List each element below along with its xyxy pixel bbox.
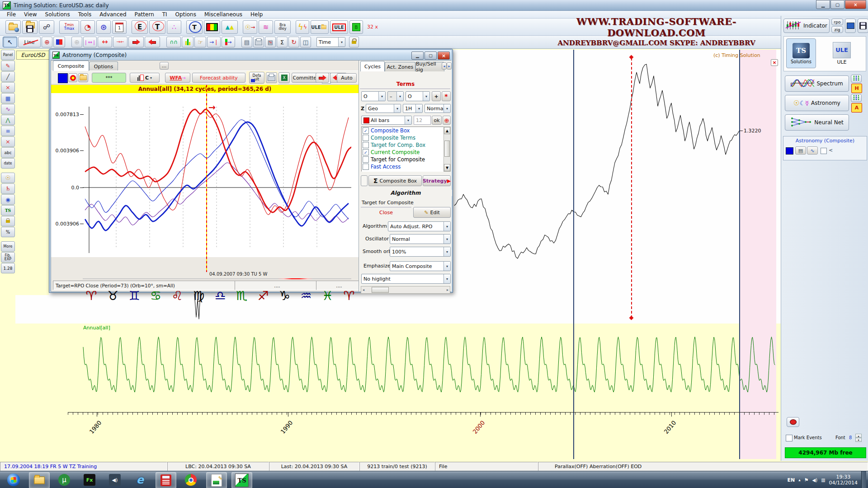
sum-report-button[interactable]: Σ	[277, 37, 288, 47]
delete-line-tool[interactable]: ×	[1, 82, 15, 93]
cursor-dashed-line[interactable]	[631, 58, 632, 318]
fib-delete-tool[interactable]: ×	[1, 136, 15, 147]
sun-tool[interactable]: ☉	[1, 173, 15, 183]
panel-h-scrollbar[interactable]: ◂ ▸	[361, 286, 450, 294]
downloader-button[interactable]: ☍	[39, 20, 54, 34]
checkbox-icon[interactable]: ✓	[363, 149, 369, 155]
composite-chart-area[interactable]: ♈♉♊♋♌♍♎♏♐♑♒♓♈ 04.09.2007 09:30 TU 5 W 0.…	[51, 93, 359, 257]
eb-button[interactable]: B	[349, 20, 363, 34]
list-item[interactable]: Composite Terms	[362, 134, 444, 141]
list-item[interactable]: Target for Composite	[362, 156, 444, 163]
menu-item-file[interactable]: File	[3, 11, 20, 19]
chrome-button[interactable]	[181, 472, 201, 488]
checkbox-icon[interactable]	[363, 142, 369, 148]
highlight-dropdown[interactable]: No higlight	[361, 274, 451, 284]
select-cursor-button[interactable]: ↖	[3, 37, 17, 47]
wave-levels-button[interactable]: ▲▲	[222, 20, 238, 34]
language-indicator[interactable]: EN	[787, 477, 795, 483]
astronomy-a-cube-button[interactable]: A	[851, 103, 862, 113]
ule-open-button[interactable]: ULE	[311, 20, 329, 34]
astro-maximize-button[interactable]: ▢	[425, 52, 437, 60]
print-report-button[interactable]	[253, 37, 264, 47]
list-item[interactable]: ✓Current Composite	[362, 149, 444, 156]
lbc-marker-button[interactable]: →	[222, 37, 235, 47]
timing-solution-button[interactable]: TS	[231, 472, 252, 488]
lock-tool[interactable]	[1, 216, 15, 226]
menu-item-ti[interactable]: TI	[158, 11, 171, 19]
forecast-ability-button[interactable]: Forecast ability	[192, 73, 245, 83]
planet1-dropdown[interactable]: O	[361, 91, 386, 101]
rpo-button[interactable]: rpo	[831, 19, 843, 25]
yellow-zigzag-button[interactable]: ϟϟ	[296, 20, 309, 34]
ule-launcher[interactable]: ULE ULE	[827, 38, 857, 68]
list-item[interactable]: Target for Comp. Box	[362, 141, 444, 149]
blank-toggle[interactable]	[361, 175, 368, 186]
more-tabs-button[interactable]: ...	[160, 62, 169, 70]
tray-flag-icon[interactable]: ⚑	[804, 477, 809, 483]
sphere-button[interactable]: ⊕	[443, 116, 451, 125]
maximize-button[interactable]: ▢	[830, 0, 844, 9]
open-chart-button[interactable]	[5, 20, 21, 34]
ule-red-button[interactable]: ULE	[330, 20, 348, 34]
save-chart-button[interactable]	[22, 20, 38, 34]
star-term-button[interactable]: *	[442, 91, 451, 101]
flower-button[interactable]	[68, 73, 77, 82]
downloader-app-button[interactable]	[156, 472, 176, 488]
explorer-button[interactable]	[29, 472, 50, 488]
checkbox-icon[interactable]	[363, 156, 369, 163]
utorrent-button[interactable]: µ	[54, 472, 74, 488]
shift-right-button[interactable]	[316, 73, 329, 83]
bars-plus-button[interactable]	[182, 37, 193, 47]
smooth-orb-dropdown[interactable]: 100%	[390, 247, 451, 257]
edit-tool-button[interactable]: ✎	[1, 61, 15, 71]
go-to-line-button[interactable]: →❘	[207, 37, 221, 47]
menu-item-solutions[interactable]: Solutions	[41, 11, 74, 19]
scroll-down-icon[interactable]: ▼	[444, 164, 450, 171]
volume-app-button[interactable]: ◀)	[105, 472, 125, 488]
astro-clock-button[interactable]: ⊛	[96, 20, 111, 34]
tab-scroll-right[interactable]: ▸	[447, 62, 452, 70]
orb-input[interactable]: 12	[414, 116, 431, 125]
zoom-disabled-button[interactable]: ⊕	[71, 37, 82, 47]
checkbox-icon[interactable]: ✓	[363, 127, 369, 134]
composite-cursor-line[interactable]	[206, 85, 207, 272]
edit-button[interactable]: ✎ Edit	[413, 207, 451, 218]
close-button[interactable]: ×	[845, 0, 866, 9]
astro-minimize-button[interactable]: ▁	[411, 52, 424, 60]
spectrum-button[interactable]: Spectrum	[785, 75, 849, 92]
trend-line-tool[interactable]: ╱	[1, 71, 15, 82]
zig-button[interactable]: zig	[831, 26, 843, 33]
auto-button[interactable]: Auto	[337, 73, 357, 83]
bradley-button[interactable]: Bradley	[274, 20, 291, 34]
tab-scroll-left[interactable]: ◂	[442, 62, 447, 70]
scroll-up-icon[interactable]: ▲	[444, 127, 450, 134]
zodiac-type-dropdown[interactable]: Geo	[366, 104, 401, 113]
composite-edit-chart-button[interactable]: ∿	[807, 146, 818, 155]
tab-composite[interactable]: Composite	[53, 61, 89, 71]
tab-buy-sell[interactable]: Buy/Sell sig	[415, 62, 444, 71]
wfa-button[interactable]: WFA→	[165, 73, 190, 83]
list-scrollbar[interactable]: ▲ ▼	[443, 127, 451, 172]
percent-tool[interactable]: %	[1, 227, 15, 237]
list-item[interactable]: ✓Composite Box	[362, 127, 444, 134]
save-workspace-button[interactable]	[858, 19, 868, 33]
mode-dropdown[interactable]: Normal	[425, 104, 451, 113]
mark-events-checkbox[interactable]	[786, 435, 793, 441]
panel-button[interactable]: Panel	[1, 50, 15, 60]
ok-button[interactable]: ok	[432, 116, 442, 125]
collapse-label[interactable]: <	[829, 147, 833, 153]
menu-item-tools[interactable]: Tools	[74, 11, 96, 19]
fxl-button[interactable]: Fx	[80, 472, 99, 488]
menu-item-help[interactable]: Help	[246, 11, 267, 19]
transit-button[interactable]: T	[149, 20, 165, 34]
chart-close-button[interactable]: ×	[771, 59, 778, 66]
zoom-in-button[interactable]: ⊕	[42, 37, 52, 47]
sun-arrow-button[interactable]: ☉→	[243, 20, 257, 34]
width-marker-button[interactable]: ❘↔❘	[83, 37, 97, 47]
line-tool-button[interactable]: Line	[18, 37, 41, 47]
report-button[interactable]: ▤	[241, 37, 252, 47]
indicator-button[interactable]: Indicator	[783, 19, 830, 33]
menu-item-advanced[interactable]: Advanced	[95, 11, 130, 19]
step-back-button[interactable]	[145, 37, 160, 47]
color-bars-button[interactable]	[204, 20, 220, 34]
